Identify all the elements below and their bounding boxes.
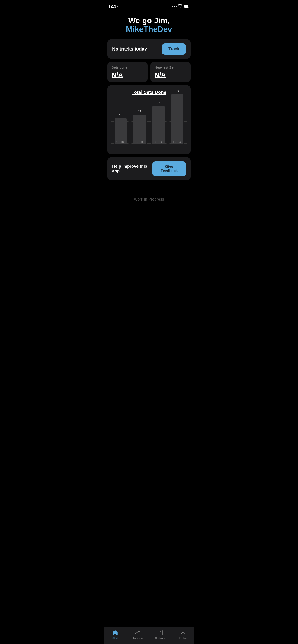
feedback-text: Help improve this app <box>112 164 152 174</box>
bars-container: 1510. 04.1712. 04.2213. 04.2915. 04. <box>111 100 187 151</box>
bar-label: 15. 04. <box>173 140 182 144</box>
wifi-icon <box>178 4 182 8</box>
no-tracks-label: No tracks today <box>112 46 147 52</box>
bar-group: 1712. 04. <box>133 110 146 144</box>
bar-value: 29 <box>176 89 179 92</box>
main-content: No tracks today Track Sets done N/A Heav… <box>104 39 194 239</box>
bar-group: 2213. 04. <box>152 101 165 144</box>
heaviest-set-card: Heaviest Set N/A <box>150 62 191 82</box>
bar-rect <box>115 118 127 144</box>
bar-label: 13. 04. <box>154 140 163 144</box>
bar-group: 1510. 04. <box>115 113 127 144</box>
header-greeting: We go Jim, <box>108 16 190 25</box>
sets-done-label: Sets done <box>112 65 143 69</box>
track-card: No tracks today Track <box>107 39 191 59</box>
work-in-progress: Work in Progress <box>107 183 191 211</box>
bar-rect <box>152 106 165 144</box>
signal-icon <box>172 6 177 7</box>
feedback-card: Help improve this app Give Feedback <box>107 157 191 180</box>
bar-group: 2915. 04. <box>171 89 183 144</box>
heaviest-set-value: N/A <box>155 71 186 78</box>
sets-done-card: Sets done N/A <box>107 62 148 82</box>
give-feedback-button[interactable]: Give Feedback <box>152 161 186 176</box>
heaviest-set-label: Heaviest Set <box>155 65 186 69</box>
battery-icon <box>184 4 190 8</box>
status-icons <box>172 4 190 8</box>
bar-value: 17 <box>138 110 141 113</box>
status-time: 12:37 <box>108 4 118 9</box>
header: We go Jim, MikeTheDev <box>104 12 194 39</box>
chart-card: Total Sets Done 1510. 04.1712. 04.2213. … <box>107 85 191 154</box>
bar-label: 10. 04. <box>116 140 125 144</box>
stats-row: Sets done N/A Heaviest Set N/A <box>107 62 191 82</box>
svg-rect-1 <box>184 5 188 7</box>
bar-rect <box>171 94 183 144</box>
track-button[interactable]: Track <box>162 43 186 55</box>
header-username: MikeTheDev <box>108 25 190 34</box>
sets-done-value: N/A <box>112 71 143 78</box>
status-bar: 12:37 <box>104 0 194 12</box>
bar-label: 12. 04. <box>135 140 144 144</box>
bar-rect <box>133 114 146 144</box>
bar-value: 15 <box>119 113 122 117</box>
chart-area: 1510. 04.1712. 04.2213. 04.2915. 04. <box>111 100 187 151</box>
bar-value: 22 <box>157 101 160 104</box>
